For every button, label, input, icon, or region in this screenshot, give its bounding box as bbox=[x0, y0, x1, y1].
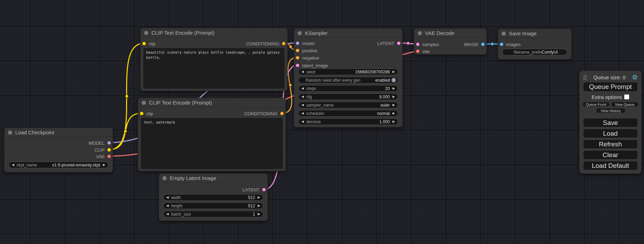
output-port-icon[interactable] bbox=[280, 112, 284, 115]
input-port-icon[interactable] bbox=[416, 43, 420, 46]
decrement-arrow-icon[interactable]: ◀ bbox=[166, 204, 169, 207]
output-slot-conditioning[interactable]: CONDITIONING bbox=[246, 40, 285, 47]
widget-random-seed-toggle[interactable]: Random seed after every gen enabled bbox=[298, 77, 398, 83]
drag-handle-icon[interactable] bbox=[583, 74, 587, 80]
increment-arrow-icon[interactable]: ▶ bbox=[392, 87, 395, 90]
node-status-dot-icon bbox=[8, 130, 12, 135]
increment-arrow-icon[interactable]: ▶ bbox=[392, 70, 395, 73]
widget-ckpt-name[interactable]: ◀ ckpt_name v1-5-pruned-emaonly.ckpt ▶ bbox=[9, 162, 108, 168]
output-port-icon[interactable] bbox=[282, 42, 285, 45]
widget-seed[interactable]: ◀ seed 156680208700286 ▶ bbox=[298, 69, 398, 75]
view-queue-button[interactable]: View Queue bbox=[611, 102, 638, 107]
widget-batch-size[interactable]: ◀ batch_size 1 ▶ bbox=[163, 211, 263, 217]
increment-arrow-icon[interactable]: ▶ bbox=[258, 213, 260, 216]
view-history-button[interactable]: View History bbox=[596, 108, 626, 113]
load-button[interactable]: Load bbox=[583, 129, 638, 138]
input-port-icon[interactable] bbox=[296, 42, 299, 45]
queue-prompt-button[interactable]: Queue Prompt bbox=[583, 82, 638, 92]
input-port-icon[interactable] bbox=[500, 43, 503, 46]
output-port-icon[interactable] bbox=[397, 42, 400, 45]
widget-scheduler[interactable]: ◀ scheduler normal ▶ bbox=[298, 110, 398, 117]
output-port-icon[interactable] bbox=[107, 141, 111, 145]
increment-arrow-icon[interactable]: ▶ bbox=[103, 163, 105, 166]
output-port-icon[interactable] bbox=[107, 155, 111, 158]
decrement-arrow-icon[interactable]: ◀ bbox=[301, 95, 304, 98]
node-title-bar[interactable]: CLIP Text Encode (Prompt) bbox=[141, 28, 287, 37]
node-title-bar[interactable]: Save Image bbox=[498, 29, 571, 38]
output-port-icon[interactable] bbox=[107, 148, 111, 152]
input-slot-positive[interactable]: positive bbox=[296, 47, 317, 54]
input-slot-clip[interactable]: clip bbox=[142, 40, 156, 47]
node-empty-latent-image[interactable]: Empty Latent Image LATENT ◀ width 512 ▶ … bbox=[159, 173, 268, 221]
output-slot-model[interactable]: MODEL bbox=[89, 139, 111, 146]
queue-front-button[interactable]: Queue Front bbox=[582, 102, 610, 107]
input-slot-model[interactable]: model bbox=[296, 40, 314, 47]
node-ksampler[interactable]: KSampler model positive negative latent_… bbox=[294, 28, 403, 127]
toggle-icon[interactable] bbox=[391, 78, 396, 82]
node-clip-text-encode-positive[interactable]: CLIP Text Encode (Prompt) clip CONDITION… bbox=[140, 28, 288, 91]
output-slot-latent[interactable]: LATENT bbox=[242, 186, 266, 193]
decrement-arrow-icon[interactable]: ◀ bbox=[301, 112, 304, 115]
output-slot-clip[interactable]: CLIP bbox=[95, 146, 111, 153]
input-port-icon[interactable] bbox=[416, 49, 420, 53]
decrement-arrow-icon[interactable]: ◀ bbox=[166, 196, 169, 199]
node-title: Empty Latent Image bbox=[170, 175, 216, 181]
queue-panel[interactable]: Queue size: 0 ⚙ Queue Prompt Extra optio… bbox=[579, 71, 642, 174]
node-title-bar[interactable]: KSampler bbox=[294, 29, 402, 38]
input-port-icon[interactable] bbox=[140, 112, 143, 115]
decrement-arrow-icon[interactable]: ◀ bbox=[301, 87, 304, 90]
save-button[interactable]: Save bbox=[583, 118, 638, 127]
input-port-icon[interactable] bbox=[296, 64, 299, 67]
decrement-arrow-icon[interactable]: ◀ bbox=[12, 163, 14, 166]
widget-filename-prefix[interactable]: filename_prefix ComfyUI bbox=[502, 49, 567, 55]
increment-arrow-icon[interactable]: ▶ bbox=[258, 204, 260, 207]
decrement-arrow-icon[interactable]: ◀ bbox=[166, 213, 169, 216]
input-slot-clip[interactable]: clip bbox=[140, 110, 153, 117]
decrement-arrow-icon[interactable]: ◀ bbox=[301, 70, 304, 73]
node-load-checkpoint[interactable]: Load Checkpoint MODEL CLIP VAE ◀ ckpt_na… bbox=[4, 128, 113, 172]
node-title-bar[interactable]: Empty Latent Image bbox=[159, 174, 267, 183]
node-title-bar[interactable]: Load Checkpoint bbox=[5, 128, 113, 137]
prompt-textarea[interactable]: text, watermark bbox=[141, 118, 283, 169]
widget-cfg[interactable]: ◀ cfg 8.000 ▶ bbox=[298, 93, 398, 100]
increment-arrow-icon[interactable]: ▶ bbox=[392, 112, 395, 115]
widget-steps[interactable]: ◀ steps 20 ▶ bbox=[298, 85, 398, 92]
load-default-button[interactable]: Load Default bbox=[583, 161, 638, 170]
extra-options-checkbox[interactable] bbox=[624, 94, 629, 99]
increment-arrow-icon[interactable]: ▶ bbox=[392, 95, 395, 98]
output-slot-latent[interactable]: LATENT bbox=[377, 40, 400, 47]
widget-width[interactable]: ◀ width 512 ▶ bbox=[163, 194, 263, 201]
increment-arrow-icon[interactable]: ▶ bbox=[392, 103, 395, 107]
input-port-icon[interactable] bbox=[296, 49, 299, 52]
input-slot-vae[interactable]: vae bbox=[416, 48, 430, 55]
widget-height[interactable]: ◀ height 512 ▶ bbox=[163, 202, 263, 209]
input-slot-images[interactable]: images bbox=[500, 41, 521, 48]
decrement-arrow-icon[interactable]: ◀ bbox=[301, 103, 304, 107]
increment-arrow-icon[interactable]: ▶ bbox=[392, 120, 395, 123]
output-port-icon[interactable] bbox=[481, 43, 485, 46]
node-save-image[interactable]: Save Image images filename_prefix ComfyU… bbox=[498, 29, 572, 60]
widget-denoise[interactable]: ◀ denoise 1.000 ▶ bbox=[298, 118, 398, 125]
refresh-button[interactable]: Refresh bbox=[583, 139, 638, 149]
input-slot-negative[interactable]: negative bbox=[296, 54, 319, 61]
widget-sampler-name[interactable]: ◀ sampler_name euler ▶ bbox=[298, 102, 398, 108]
node-title-bar[interactable]: VAE Decode bbox=[414, 29, 486, 38]
node-clip-text-encode-negative[interactable]: CLIP Text Encode (Prompt) clip CONDITION… bbox=[138, 98, 286, 171]
increment-arrow-icon[interactable]: ▶ bbox=[258, 196, 260, 199]
output-slot-conditioning[interactable]: CONDITIONING bbox=[244, 110, 284, 117]
node-title-bar[interactable]: CLIP Text Encode (Prompt) bbox=[138, 98, 285, 107]
decrement-arrow-icon[interactable]: ◀ bbox=[301, 120, 304, 123]
input-slot-samples[interactable]: samples bbox=[416, 41, 439, 48]
input-slot-latent-image[interactable]: latent_image bbox=[296, 62, 328, 69]
input-port-icon[interactable] bbox=[142, 42, 146, 45]
comfyui-canvas[interactable]: { "colors": { "model": "#B39DDB", "clip"… bbox=[0, 0, 644, 244]
input-port-icon[interactable] bbox=[296, 56, 299, 60]
clear-button[interactable]: Clear bbox=[583, 150, 638, 160]
node-status-dot-icon bbox=[162, 176, 167, 180]
gear-icon[interactable]: ⚙ bbox=[632, 74, 638, 81]
prompt-textarea[interactable]: beautiful scenery nature glass bottle la… bbox=[143, 48, 284, 89]
output-port-icon[interactable] bbox=[262, 188, 266, 191]
node-vae-decode[interactable]: VAE Decode samples vae IMAGE bbox=[414, 28, 487, 55]
output-slot-image[interactable]: IMAGE bbox=[464, 41, 485, 48]
output-slot-vae[interactable]: VAE bbox=[96, 153, 111, 160]
